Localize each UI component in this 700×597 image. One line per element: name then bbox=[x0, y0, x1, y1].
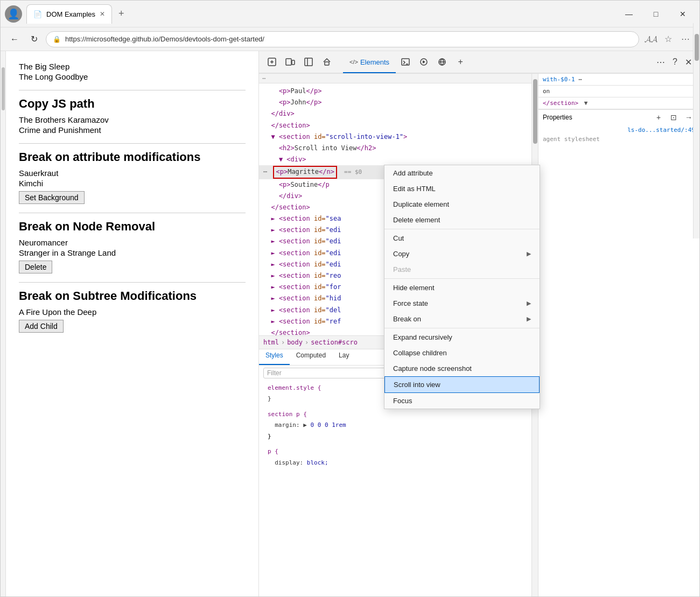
style-block-section-p: section p { margin: ▶ 0 0 0 1rem } bbox=[263, 409, 527, 443]
ctx-copy[interactable]: Copy ▶ bbox=[384, 246, 540, 262]
refresh-button[interactable]: ↻ bbox=[26, 32, 41, 47]
ctx-edit-html[interactable]: Edit as HTML bbox=[384, 181, 540, 196]
profile-avatar[interactable]: 👤 bbox=[5, 5, 22, 23]
right-panel-top: with-$0-1 ⋯ bbox=[538, 74, 699, 86]
right-panel-text-on: on bbox=[543, 88, 550, 95]
tree-line[interactable]: ▼ <section id="scroll-into-view-1"> bbox=[259, 131, 531, 143]
breadcrumb-section[interactable]: section#scro bbox=[311, 339, 358, 346]
url-bar[interactable]: 🔒 https://microsoftedge.github.io/Demos/… bbox=[46, 31, 639, 47]
ctx-cut[interactable]: Cut bbox=[384, 230, 540, 246]
device-emulation-button[interactable] bbox=[282, 53, 299, 71]
breadcrumb-html[interactable]: html bbox=[263, 339, 279, 346]
console-panel-button[interactable] bbox=[397, 53, 414, 71]
section-heading-copy-js: Copy JS path bbox=[19, 97, 246, 111]
book-brothers: The Brothers Karamazov bbox=[19, 115, 246, 124]
right-panel-mid: on bbox=[538, 86, 699, 97]
set-background-button[interactable]: Set Background bbox=[19, 191, 85, 204]
equals-zero-badge: == $0 bbox=[344, 168, 362, 175]
tree-line[interactable]: </section> bbox=[259, 120, 531, 131]
address-bar: ← ↻ 🔒 https://microsoftedge.github.io/De… bbox=[1, 27, 699, 51]
ctx-capture-node-screenshot[interactable]: Capture node screenshot bbox=[384, 361, 540, 376]
ctx-duplicate-element[interactable]: Duplicate element bbox=[384, 196, 540, 212]
tree-line[interactable]: <h2>Scroll into View</h2> bbox=[259, 143, 531, 154]
tab-layout[interactable]: Lay bbox=[332, 349, 355, 365]
browser-menu-button[interactable]: ⋯ bbox=[678, 32, 693, 47]
url-text: https://microsoftedge.github.io/Demos/de… bbox=[65, 35, 632, 43]
home-button[interactable] bbox=[318, 53, 335, 71]
styles-pane-body: ls-do...started/:49 agent stylesheet bbox=[538, 124, 699, 596]
inspect-element-button[interactable] bbox=[263, 53, 281, 71]
section-heading-break-attr: Break on attribute modifications bbox=[19, 150, 246, 164]
style-source-link[interactable]: ls-do...started/:49 bbox=[627, 127, 695, 134]
ctx-separator-3 bbox=[384, 328, 540, 328]
ctx-break-on[interactable]: Break on ▶ bbox=[384, 311, 540, 327]
ctx-expand-recursively[interactable]: Expand recursively bbox=[384, 329, 540, 345]
tree-more-indicator: ⋯ bbox=[263, 168, 267, 175]
styles-pane-scrollbar[interactable] bbox=[693, 74, 699, 238]
delete-button[interactable]: Delete bbox=[19, 261, 52, 273]
tab-elements-label: Elements bbox=[360, 58, 389, 66]
svg-rect-1 bbox=[286, 59, 291, 65]
styles-pane: with-$0-1 ⋯ on </section> ▼ Properties + bbox=[538, 74, 699, 596]
context-menu: Add attribute Edit as HTML Duplicate ele… bbox=[384, 165, 540, 409]
minimize-button[interactable]: — bbox=[617, 6, 641, 22]
ctx-paste: Paste bbox=[384, 262, 540, 277]
tree-line[interactable]: ▼ <div> bbox=[259, 154, 531, 165]
food-kimchi: Kimchi bbox=[19, 179, 246, 188]
ctx-collapse-children[interactable]: Collapse children bbox=[384, 345, 540, 361]
title-bar: 👤 📄 DOM Examples ✕ + — □ ✕ bbox=[1, 1, 699, 27]
ctx-scroll-into-view[interactable]: Scroll into view bbox=[384, 376, 540, 393]
more-tools-button[interactable]: ⋯ bbox=[653, 55, 668, 69]
ctx-add-attribute[interactable]: Add attribute bbox=[384, 165, 540, 181]
tab-computed[interactable]: Computed bbox=[290, 349, 332, 365]
add-property-button[interactable]: + bbox=[652, 111, 665, 124]
book-title-1: The Big Sleep bbox=[19, 62, 246, 71]
book-title-2: The Long Goodbye bbox=[19, 72, 246, 81]
tree-line[interactable]: <p>Paul</p> bbox=[259, 86, 531, 97]
page-section-break-node: Break on Node Removal Neuromancer Strang… bbox=[19, 220, 246, 273]
active-tab[interactable]: 📄 DOM Examples ✕ bbox=[26, 4, 112, 24]
tree-line[interactable]: </div> bbox=[259, 108, 531, 120]
tree-line[interactable]: <p>John</p> bbox=[259, 97, 531, 108]
page-scrollbar[interactable] bbox=[1, 51, 6, 596]
ctx-focus[interactable]: Focus bbox=[384, 393, 540, 409]
selected-element-tag: <p>Magritte</n> bbox=[273, 166, 337, 178]
tab-elements[interactable]: </> Elements bbox=[343, 52, 396, 73]
favorites-button[interactable]: ☆ bbox=[661, 32, 676, 47]
debugger-button[interactable] bbox=[415, 53, 432, 71]
tree-more-icon[interactable]: ⋯ bbox=[262, 75, 266, 82]
read-aloud-button[interactable]: 𝓐𝓐 bbox=[643, 32, 659, 47]
property-filter-button[interactable]: ⊡ bbox=[667, 111, 680, 124]
new-tab-button[interactable]: + bbox=[114, 6, 129, 22]
right-panel-link-1[interactable]: with-$0-1 bbox=[543, 76, 575, 83]
page-content: The Big Sleep The Long Goodbye Copy JS p… bbox=[6, 51, 259, 596]
add-child-button[interactable]: Add Child bbox=[19, 320, 64, 333]
ctx-delete-element[interactable]: Delete element bbox=[384, 212, 540, 228]
svg-rect-3 bbox=[305, 58, 312, 66]
style-block-p: p { display: block; bbox=[263, 446, 527, 468]
add-tool-button[interactable]: + bbox=[452, 53, 469, 71]
ctx-hide-element[interactable]: Hide element bbox=[384, 280, 540, 296]
ctx-copy-arrow: ▶ bbox=[527, 250, 531, 257]
lock-icon: 🔒 bbox=[53, 36, 61, 43]
page-section-copy-js: Copy JS path The Brothers Karamazov Crim… bbox=[19, 97, 246, 135]
tree-scroll-thumb bbox=[533, 79, 537, 144]
back-button[interactable]: ← bbox=[7, 32, 22, 47]
breadcrumb-body[interactable]: body bbox=[287, 339, 303, 346]
tab-styles[interactable]: Styles bbox=[259, 349, 290, 365]
help-button[interactable]: ? bbox=[669, 55, 681, 69]
right-panel-section-close: </section> ▼ bbox=[538, 97, 699, 109]
close-button[interactable]: ✕ bbox=[670, 6, 695, 22]
section-divider-3 bbox=[19, 213, 246, 213]
network-button[interactable] bbox=[433, 53, 451, 71]
food-sauerkraut: Sauerkraut bbox=[19, 168, 246, 178]
main-area: The Big Sleep The Long Goodbye Copy JS p… bbox=[1, 51, 699, 596]
section-heading-break-subtree: Break on Subtree Modifications bbox=[19, 289, 246, 303]
maximize-button[interactable]: □ bbox=[643, 6, 668, 22]
page-section-titles: The Big Sleep The Long Goodbye bbox=[19, 62, 246, 81]
toggle-sidebar-button[interactable] bbox=[300, 53, 317, 71]
ctx-force-state[interactable]: Force state ▶ bbox=[384, 296, 540, 311]
section-divider-4 bbox=[19, 282, 246, 283]
section-divider-1 bbox=[19, 90, 246, 90]
tab-close-button[interactable]: ✕ bbox=[100, 10, 105, 18]
